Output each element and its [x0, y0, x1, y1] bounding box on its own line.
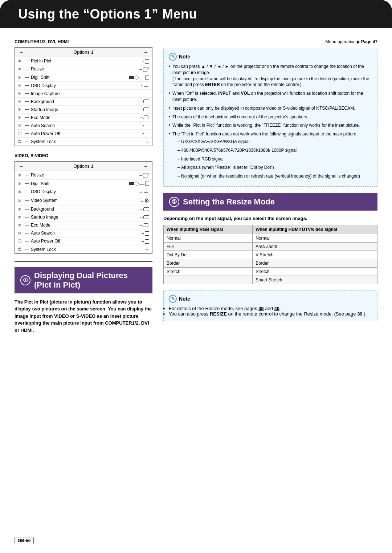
section1-num: ① — [20, 275, 30, 285]
menu-item-eco-mode-v: ⑨ Eco Mode → — [15, 221, 152, 229]
section1-title: Displaying Dual Pictures (Pict in Pict) — [34, 271, 128, 290]
eco-icon — [143, 223, 149, 227]
table-cell: Dot By Dot — [164, 251, 253, 259]
note1-item-2: When "On" is selected, INPUT and VOL on … — [169, 90, 372, 103]
right-column: Menu operation Page 47 ✎ Note You can pr… — [163, 39, 377, 321]
item-line — [25, 142, 29, 142]
note1-item-4: The audio of the inset picture will come… — [169, 114, 372, 120]
table-cell: Stretch — [164, 267, 253, 276]
menu-arrow-left: ← — [19, 163, 24, 169]
square-icon — [145, 124, 149, 128]
page-badge: GB-56 — [15, 537, 34, 544]
item-line — [25, 117, 29, 118]
sub-item-4: All signals (when "Resize" is set to "Do… — [177, 164, 372, 171]
note-icon: ✎ — [169, 53, 177, 61]
menu-item-eco-mode: ⑨ Eco Mode → — [15, 114, 152, 122]
section2-header: ② Setting the Resize Mode — [163, 193, 377, 211]
menu-item-auto-power-off: ⑪ Auto Power Off → — [15, 130, 152, 138]
menu-item-osd-display: ④ OSD Display → — [15, 82, 152, 90]
table-row: Dot By Dot V-Stretch — [164, 251, 377, 259]
note1-item-5: While the "Pict in Pict" function is wor… — [169, 122, 372, 129]
note1-item-3: Inset picture can only be displayed in c… — [169, 105, 372, 111]
computer-menu-box: ← Options 1 → ① Pict in Pict → ② Resize … — [15, 47, 152, 146]
item-line — [25, 241, 29, 241]
note1-item-6: The "Pict in Pict" function does not wor… — [169, 131, 372, 179]
menu-item-auto-power-off-v: ⑪ Auto Power Off → — [15, 237, 152, 245]
menu-item-resize-v: ② Resize →1 — [15, 171, 152, 179]
digi-black-icon — [129, 76, 134, 79]
item-line — [25, 93, 29, 94]
page: Using the “Options 1” Menu COMPUTER1/2, … — [0, 0, 392, 553]
chip-icon — [143, 215, 149, 219]
computer-menu-title: Options 1 — [73, 49, 94, 55]
digi-square-icon — [145, 76, 149, 80]
menu-item-background: ⑦ Background → — [15, 98, 152, 106]
menu-item-auto-search: ⑩ Auto Search → — [15, 122, 152, 130]
table-cell — [164, 276, 253, 284]
menu-item-system-lock-v: ⑫ System Lock → — [15, 245, 152, 253]
item-line — [25, 192, 29, 192]
item-line — [25, 209, 29, 210]
chip-icon — [143, 107, 149, 111]
table-col1-header: When inputting RGB signal — [164, 225, 253, 234]
digi-circle-icon — [135, 76, 139, 80]
menu-item-system-lock: ⑫ System Lock → — [15, 138, 152, 146]
table-cell: Smart Stretch — [253, 276, 377, 284]
pip-section: ① Displaying Dual Pictures (Pict in Pict… — [15, 261, 152, 334]
table-cell: Normal — [253, 234, 377, 242]
menu-operation-label: Menu operation Page 47 — [163, 39, 377, 44]
section2-title: Setting the Resize Mode — [183, 197, 275, 207]
item-line — [25, 175, 29, 175]
table-col2-header: When inputting HDMI/ DTV/video signal — [253, 225, 377, 234]
chip-icon — [143, 99, 149, 103]
computer-section-label: COMPUTER1/2, DVI, HDMI — [15, 39, 152, 44]
sub-item-1: UXGA/SXGA+/SXGA/WXGA signal — [177, 139, 372, 145]
section2-num: ② — [169, 197, 179, 207]
item-line — [25, 200, 29, 201]
table-cell: Area Zoom — [253, 242, 377, 251]
sub-item-5: No signal (or when the resolution or ref… — [177, 173, 372, 179]
video-menu-title: Options 1 — [73, 163, 94, 169]
item-line — [25, 183, 29, 184]
table-cell: Border — [164, 259, 253, 267]
item-line — [25, 61, 29, 61]
menu-item-auto-search-v: ⑩ Auto Search → — [15, 229, 152, 237]
menu-item-image-capture: ⑥ Image Capture — [15, 90, 152, 98]
item-line — [25, 233, 29, 233]
resize-subtitle: Depending on the input signal, you can s… — [163, 216, 377, 221]
item-line — [25, 101, 29, 102]
digi-black-icon — [129, 182, 134, 185]
menu-item-digi-shift: ③ Digi. Shift — — [15, 73, 152, 82]
menu-item-osd-display-v: ④ OSD Display → — [15, 188, 152, 196]
chip-icon — [143, 207, 149, 211]
page-footer: GB-56 — [15, 537, 377, 544]
menu-arrow-right: → — [143, 163, 148, 169]
menu-item-digi-shift-v: ③ Digi. Shift — — [15, 180, 152, 188]
item-line — [25, 109, 29, 110]
table-row: Stretch Stretch — [164, 267, 377, 276]
menu-item-startup-image: ⑧ Startup Image → — [15, 106, 152, 114]
note1-item-1: You can press ▲ / ▼ / ◄ / ► on the proje… — [169, 64, 372, 88]
note1-sub-list: UXGA/SXGA+/SXGA/WXGA signal 480I/480P/54… — [172, 139, 372, 179]
item-line — [25, 69, 29, 69]
pip-section-header: ① Displaying Dual Pictures (Pict in Pict… — [15, 267, 152, 293]
menu-item-video-system: ⑤ Video System →⚙ — [15, 196, 152, 206]
note2-item-2: You can also press RESIZE on the remote … — [169, 311, 372, 317]
sub-item-2: 480I/480P/540P/576I/576P/720P/1035I/1080… — [177, 147, 372, 154]
square-icon — [145, 59, 149, 64]
table-cell: Border — [253, 259, 377, 267]
left-column: COMPUTER1/2, DVI, HDMI ← Options 1 → ① P… — [15, 39, 152, 339]
menu-item-startup-image-v: ⑧ Startup Image → — [15, 214, 152, 221]
note2-item-1: For details of the Resize mode, see page… — [169, 306, 372, 311]
item-line — [25, 125, 29, 126]
note2-title: ✎ Note — [169, 295, 372, 303]
square-icon — [145, 231, 149, 236]
page-header: Using the “Options 1” Menu — [0, 0, 392, 28]
computer-menu-header: ← Options 1 → — [15, 48, 152, 57]
note-icon: ✎ — [169, 295, 177, 303]
video-section-label: VIDEO, S-VIDEO — [15, 153, 152, 158]
item-line — [25, 225, 29, 225]
item-line — [25, 217, 29, 217]
item-line — [25, 249, 29, 249]
square-icon — [145, 132, 149, 136]
